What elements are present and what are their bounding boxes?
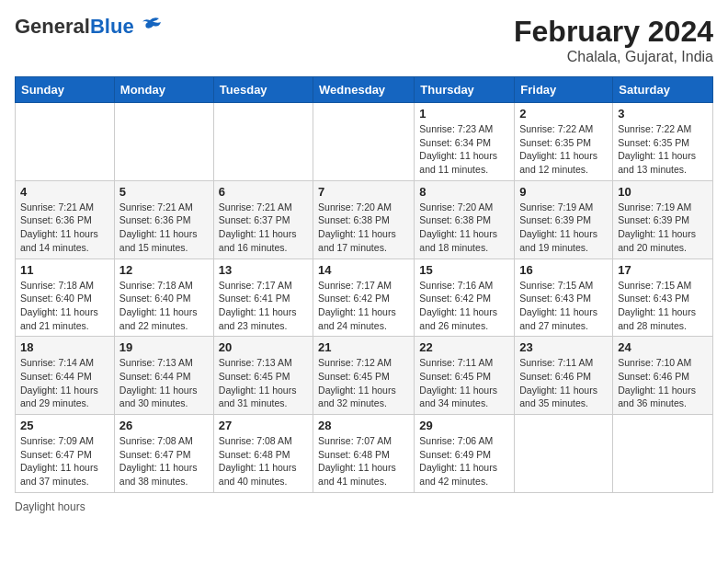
- day-cell: 21Sunrise: 7:12 AM Sunset: 6:45 PM Dayli…: [313, 337, 415, 415]
- day-number: 2: [519, 107, 608, 121]
- day-cell: 12Sunrise: 7:18 AM Sunset: 6:40 PM Dayli…: [114, 259, 213, 337]
- header-day-saturday: Saturday: [613, 77, 713, 103]
- day-cell: 1Sunrise: 7:23 AM Sunset: 6:34 PM Daylig…: [415, 103, 515, 181]
- day-cell: 24Sunrise: 7:10 AM Sunset: 6:46 PM Dayli…: [613, 337, 713, 415]
- day-cell: 26Sunrise: 7:08 AM Sunset: 6:47 PM Dayli…: [114, 415, 213, 493]
- day-number: 28: [318, 419, 409, 432]
- daylight-label: Daylight hours: [15, 500, 85, 513]
- day-info: Sunrise: 7:21 AM Sunset: 6:36 PM Dayligh…: [20, 201, 109, 255]
- day-number: 10: [618, 185, 708, 199]
- header-day-friday: Friday: [515, 77, 613, 103]
- day-number: 4: [20, 185, 109, 199]
- day-cell: [313, 103, 415, 181]
- day-info: Sunrise: 7:15 AM Sunset: 6:43 PM Dayligh…: [618, 279, 708, 333]
- day-number: 17: [618, 263, 708, 277]
- day-cell: 29Sunrise: 7:06 AM Sunset: 6:49 PM Dayli…: [415, 415, 515, 493]
- week-row-1: 1Sunrise: 7:23 AM Sunset: 6:34 PM Daylig…: [16, 103, 713, 181]
- day-number: 20: [219, 340, 308, 354]
- week-row-5: 25Sunrise: 7:09 AM Sunset: 6:47 PM Dayli…: [16, 415, 713, 493]
- day-cell: [613, 415, 713, 493]
- logo-general: General: [15, 15, 90, 38]
- header-day-wednesday: Wednesday: [313, 77, 415, 103]
- day-info: Sunrise: 7:22 AM Sunset: 6:35 PM Dayligh…: [618, 122, 708, 177]
- day-info: Sunrise: 7:17 AM Sunset: 6:42 PM Dayligh…: [318, 279, 409, 333]
- day-info: Sunrise: 7:16 AM Sunset: 6:42 PM Dayligh…: [419, 279, 509, 333]
- day-number: 26: [119, 419, 209, 432]
- day-info: Sunrise: 7:09 AM Sunset: 6:47 PM Dayligh…: [20, 434, 109, 488]
- day-cell: 11Sunrise: 7:18 AM Sunset: 6:40 PM Dayli…: [16, 259, 115, 337]
- day-cell: 10Sunrise: 7:19 AM Sunset: 6:39 PM Dayli…: [613, 180, 713, 259]
- day-info: Sunrise: 7:13 AM Sunset: 6:44 PM Dayligh…: [119, 356, 209, 410]
- day-info: Sunrise: 7:19 AM Sunset: 6:39 PM Dayligh…: [618, 201, 708, 255]
- day-number: 1: [419, 107, 509, 121]
- day-number: 6: [219, 185, 308, 199]
- week-row-2: 4Sunrise: 7:21 AM Sunset: 6:36 PM Daylig…: [16, 180, 713, 259]
- day-info: Sunrise: 7:18 AM Sunset: 6:40 PM Dayligh…: [119, 279, 209, 333]
- day-cell: 2Sunrise: 7:22 AM Sunset: 6:35 PM Daylig…: [515, 103, 613, 181]
- logo-text: GeneralBlue: [15, 15, 134, 39]
- day-cell: 28Sunrise: 7:07 AM Sunset: 6:48 PM Dayli…: [313, 415, 415, 493]
- day-number: 9: [519, 185, 608, 199]
- day-cell: 14Sunrise: 7:17 AM Sunset: 6:42 PM Dayli…: [313, 259, 415, 337]
- day-cell: [515, 415, 613, 493]
- day-info: Sunrise: 7:15 AM Sunset: 6:43 PM Dayligh…: [519, 279, 608, 333]
- day-info: Sunrise: 7:19 AM Sunset: 6:39 PM Dayligh…: [519, 201, 608, 255]
- week-row-4: 18Sunrise: 7:14 AM Sunset: 6:44 PM Dayli…: [16, 337, 713, 415]
- day-info: Sunrise: 7:12 AM Sunset: 6:45 PM Dayligh…: [318, 356, 409, 410]
- day-number: 23: [519, 340, 608, 354]
- header-row: SundayMondayTuesdayWednesdayThursdayFrid…: [16, 77, 713, 103]
- day-info: Sunrise: 7:21 AM Sunset: 6:36 PM Dayligh…: [119, 201, 209, 255]
- day-number: 18: [20, 340, 109, 354]
- day-cell: 27Sunrise: 7:08 AM Sunset: 6:48 PM Dayli…: [213, 415, 313, 493]
- day-cell: 25Sunrise: 7:09 AM Sunset: 6:47 PM Dayli…: [16, 415, 115, 493]
- day-info: Sunrise: 7:21 AM Sunset: 6:37 PM Dayligh…: [219, 201, 308, 255]
- day-number: 14: [318, 263, 409, 277]
- day-info: Sunrise: 7:20 AM Sunset: 6:38 PM Dayligh…: [419, 201, 509, 255]
- day-info: Sunrise: 7:06 AM Sunset: 6:49 PM Dayligh…: [419, 434, 509, 488]
- day-cell: 22Sunrise: 7:11 AM Sunset: 6:45 PM Dayli…: [415, 337, 515, 415]
- day-info: Sunrise: 7:18 AM Sunset: 6:40 PM Dayligh…: [20, 279, 109, 333]
- day-cell: 16Sunrise: 7:15 AM Sunset: 6:43 PM Dayli…: [515, 259, 613, 337]
- day-info: Sunrise: 7:07 AM Sunset: 6:48 PM Dayligh…: [318, 434, 409, 488]
- day-info: Sunrise: 7:17 AM Sunset: 6:41 PM Dayligh…: [219, 279, 308, 333]
- day-number: 15: [419, 263, 509, 277]
- day-cell: 8Sunrise: 7:20 AM Sunset: 6:38 PM Daylig…: [415, 180, 515, 259]
- header-day-tuesday: Tuesday: [213, 77, 313, 103]
- day-info: Sunrise: 7:08 AM Sunset: 6:47 PM Dayligh…: [119, 434, 209, 488]
- day-cell: 19Sunrise: 7:13 AM Sunset: 6:44 PM Dayli…: [114, 337, 213, 415]
- header-day-sunday: Sunday: [16, 77, 115, 103]
- day-number: 7: [318, 185, 409, 199]
- page-title: February 2024: [514, 15, 713, 49]
- day-info: Sunrise: 7:08 AM Sunset: 6:48 PM Dayligh…: [219, 434, 308, 488]
- day-number: 25: [20, 419, 109, 432]
- day-info: Sunrise: 7:11 AM Sunset: 6:46 PM Dayligh…: [519, 356, 608, 410]
- day-number: 29: [419, 419, 509, 432]
- day-number: 13: [219, 263, 308, 277]
- day-info: Sunrise: 7:14 AM Sunset: 6:44 PM Dayligh…: [20, 356, 109, 410]
- day-cell: [16, 103, 115, 181]
- day-info: Sunrise: 7:22 AM Sunset: 6:35 PM Dayligh…: [519, 122, 608, 177]
- day-number: 8: [419, 185, 509, 199]
- day-cell: 3Sunrise: 7:22 AM Sunset: 6:35 PM Daylig…: [613, 103, 713, 181]
- day-number: 12: [119, 263, 209, 277]
- logo-bird-icon: [137, 17, 163, 37]
- calendar-header: SundayMondayTuesdayWednesdayThursdayFrid…: [16, 77, 713, 103]
- day-number: 24: [618, 340, 708, 354]
- day-info: Sunrise: 7:23 AM Sunset: 6:34 PM Dayligh…: [419, 122, 509, 177]
- day-cell: 15Sunrise: 7:16 AM Sunset: 6:42 PM Dayli…: [415, 259, 515, 337]
- day-cell: [213, 103, 313, 181]
- page-header: GeneralBlue February 2024 Chalala, Gujar…: [15, 15, 713, 65]
- day-cell: 17Sunrise: 7:15 AM Sunset: 6:43 PM Dayli…: [613, 259, 713, 337]
- footer-note: Daylight hours: [15, 500, 713, 513]
- day-info: Sunrise: 7:13 AM Sunset: 6:45 PM Dayligh…: [219, 356, 308, 410]
- day-cell: 20Sunrise: 7:13 AM Sunset: 6:45 PM Dayli…: [213, 337, 313, 415]
- logo-blue: Blue: [90, 15, 134, 38]
- day-cell: 7Sunrise: 7:20 AM Sunset: 6:38 PM Daylig…: [313, 180, 415, 259]
- day-cell: 9Sunrise: 7:19 AM Sunset: 6:39 PM Daylig…: [515, 180, 613, 259]
- logo: GeneralBlue: [15, 15, 163, 39]
- calendar-table: SundayMondayTuesdayWednesdayThursdayFrid…: [15, 76, 713, 493]
- day-cell: 4Sunrise: 7:21 AM Sunset: 6:36 PM Daylig…: [16, 180, 115, 259]
- day-cell: 18Sunrise: 7:14 AM Sunset: 6:44 PM Dayli…: [16, 337, 115, 415]
- day-cell: 6Sunrise: 7:21 AM Sunset: 6:37 PM Daylig…: [213, 180, 313, 259]
- page-subtitle: Chalala, Gujarat, India: [514, 49, 713, 65]
